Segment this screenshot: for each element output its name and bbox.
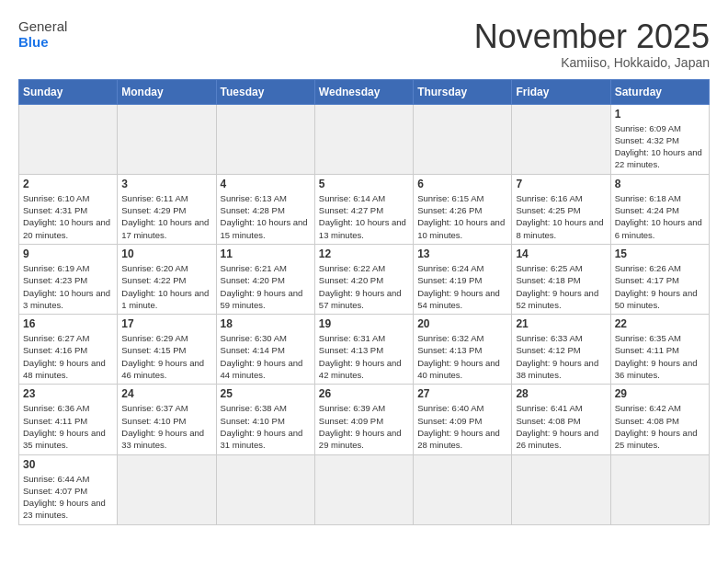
day-info: Sunrise: 6:29 AM Sunset: 4:15 PM Dayligh… xyxy=(121,332,211,381)
day-number: 25 xyxy=(221,387,311,400)
day-cell-19: 19Sunrise: 6:31 AM Sunset: 4:13 PM Dayli… xyxy=(314,315,413,385)
day-cell-9: 9Sunrise: 6:19 AM Sunset: 4:23 PM Daylig… xyxy=(19,244,118,314)
day-number: 7 xyxy=(516,178,606,190)
weekday-header-sunday: Sunday xyxy=(19,79,118,104)
weekday-header-tuesday: Tuesday xyxy=(216,79,314,104)
day-info: Sunrise: 6:20 AM Sunset: 4:22 PM Dayligh… xyxy=(121,262,211,311)
day-number: 27 xyxy=(417,387,507,400)
day-number: 20 xyxy=(417,317,507,330)
day-number: 10 xyxy=(121,247,211,260)
header: General Blue November 2025 Kamiiso, Hokk… xyxy=(18,18,710,70)
location-subtitle: Kamiiso, Hokkaido, Japan xyxy=(474,55,710,70)
day-cell-21: 21Sunrise: 6:33 AM Sunset: 4:12 PM Dayli… xyxy=(512,315,610,385)
day-cell-22: 22Sunrise: 6:35 AM Sunset: 4:11 PM Dayli… xyxy=(610,315,709,385)
weekday-header-monday: Monday xyxy=(118,79,216,104)
week-row-1: 2Sunrise: 6:10 AM Sunset: 4:31 PM Daylig… xyxy=(19,174,710,244)
day-cell-20: 20Sunrise: 6:32 AM Sunset: 4:13 PM Dayli… xyxy=(414,315,512,385)
day-number: 13 xyxy=(417,247,507,260)
week-row-0: 1Sunrise: 6:09 AM Sunset: 4:32 PM Daylig… xyxy=(19,104,710,174)
day-number: 16 xyxy=(23,317,113,330)
day-cell-empty xyxy=(118,454,216,524)
day-info: Sunrise: 6:22 AM Sunset: 4:20 PM Dayligh… xyxy=(319,262,409,311)
day-cell-15: 15Sunrise: 6:26 AM Sunset: 4:17 PM Dayli… xyxy=(610,244,709,314)
week-row-5: 30Sunrise: 6:44 AM Sunset: 4:07 PM Dayli… xyxy=(19,454,710,524)
day-number: 1 xyxy=(615,108,705,121)
day-cell-18: 18Sunrise: 6:30 AM Sunset: 4:14 PM Dayli… xyxy=(216,315,314,385)
day-cell-13: 13Sunrise: 6:24 AM Sunset: 4:19 PM Dayli… xyxy=(414,244,512,314)
day-cell-23: 23Sunrise: 6:36 AM Sunset: 4:11 PM Dayli… xyxy=(19,385,118,454)
calendar-table: SundayMondayTuesdayWednesdayThursdayFrid… xyxy=(18,79,710,525)
weekday-header-wednesday: Wednesday xyxy=(314,79,413,104)
day-cell-29: 29Sunrise: 6:42 AM Sunset: 4:08 PM Dayli… xyxy=(610,385,709,454)
day-cell-12: 12Sunrise: 6:22 AM Sunset: 4:20 PM Dayli… xyxy=(314,244,413,314)
day-cell-24: 24Sunrise: 6:37 AM Sunset: 4:10 PM Dayli… xyxy=(118,385,216,454)
day-info: Sunrise: 6:44 AM Sunset: 4:07 PM Dayligh… xyxy=(23,473,113,522)
title-area: November 2025 Kamiiso, Hokkaido, Japan xyxy=(474,18,710,70)
day-cell-11: 11Sunrise: 6:21 AM Sunset: 4:20 PM Dayli… xyxy=(216,244,314,314)
day-number: 6 xyxy=(417,178,507,190)
day-cell-17: 17Sunrise: 6:29 AM Sunset: 4:15 PM Dayli… xyxy=(118,315,216,385)
day-info: Sunrise: 6:11 AM Sunset: 4:29 PM Dayligh… xyxy=(121,192,211,241)
day-number: 23 xyxy=(23,387,113,400)
day-number: 29 xyxy=(615,387,705,400)
day-info: Sunrise: 6:31 AM Sunset: 4:13 PM Dayligh… xyxy=(319,332,409,381)
day-cell-26: 26Sunrise: 6:39 AM Sunset: 4:09 PM Dayli… xyxy=(314,385,413,454)
day-info: Sunrise: 6:36 AM Sunset: 4:11 PM Dayligh… xyxy=(23,402,113,451)
day-cell-empty xyxy=(414,104,512,174)
day-number: 22 xyxy=(615,317,705,330)
day-number: 5 xyxy=(319,178,409,190)
day-info: Sunrise: 6:27 AM Sunset: 4:16 PM Dayligh… xyxy=(23,332,113,381)
day-cell-6: 6Sunrise: 6:15 AM Sunset: 4:26 PM Daylig… xyxy=(414,174,512,244)
weekday-header-friday: Friday xyxy=(512,79,610,104)
week-row-3: 16Sunrise: 6:27 AM Sunset: 4:16 PM Dayli… xyxy=(19,315,710,385)
day-number: 24 xyxy=(121,387,211,400)
day-cell-empty xyxy=(512,104,610,174)
day-number: 28 xyxy=(516,387,606,400)
logo-general-label: General xyxy=(18,18,67,34)
day-info: Sunrise: 6:16 AM Sunset: 4:25 PM Dayligh… xyxy=(516,192,606,241)
day-cell-empty xyxy=(216,104,314,174)
day-info: Sunrise: 6:19 AM Sunset: 4:23 PM Dayligh… xyxy=(23,262,113,311)
day-number: 9 xyxy=(23,247,113,260)
day-cell-empty xyxy=(216,454,314,524)
day-info: Sunrise: 6:10 AM Sunset: 4:31 PM Dayligh… xyxy=(23,192,113,241)
weekday-header-row: SundayMondayTuesdayWednesdayThursdayFrid… xyxy=(19,79,710,104)
logo: General Blue xyxy=(18,18,67,51)
day-number: 4 xyxy=(221,178,311,190)
day-number: 14 xyxy=(516,247,606,260)
day-cell-5: 5Sunrise: 6:14 AM Sunset: 4:27 PM Daylig… xyxy=(314,174,413,244)
day-info: Sunrise: 6:41 AM Sunset: 4:08 PM Dayligh… xyxy=(516,402,606,451)
day-info: Sunrise: 6:37 AM Sunset: 4:10 PM Dayligh… xyxy=(121,402,211,451)
day-cell-27: 27Sunrise: 6:40 AM Sunset: 4:09 PM Dayli… xyxy=(414,385,512,454)
day-number: 19 xyxy=(319,317,409,330)
day-cell-3: 3Sunrise: 6:11 AM Sunset: 4:29 PM Daylig… xyxy=(118,174,216,244)
day-cell-8: 8Sunrise: 6:18 AM Sunset: 4:24 PM Daylig… xyxy=(610,174,709,244)
day-number: 3 xyxy=(121,178,211,190)
day-number: 11 xyxy=(221,247,311,260)
day-number: 12 xyxy=(319,247,409,260)
day-number: 30 xyxy=(23,458,113,471)
day-number: 21 xyxy=(516,317,606,330)
day-cell-empty xyxy=(19,104,118,174)
day-cell-28: 28Sunrise: 6:41 AM Sunset: 4:08 PM Dayli… xyxy=(512,385,610,454)
day-cell-empty xyxy=(512,454,610,524)
weekday-header-thursday: Thursday xyxy=(414,79,512,104)
weekday-header-saturday: Saturday xyxy=(610,79,709,104)
day-info: Sunrise: 6:13 AM Sunset: 4:28 PM Dayligh… xyxy=(221,192,311,241)
day-cell-7: 7Sunrise: 6:16 AM Sunset: 4:25 PM Daylig… xyxy=(512,174,610,244)
day-cell-10: 10Sunrise: 6:20 AM Sunset: 4:22 PM Dayli… xyxy=(118,244,216,314)
day-cell-empty xyxy=(314,454,413,524)
day-info: Sunrise: 6:21 AM Sunset: 4:20 PM Dayligh… xyxy=(221,262,311,311)
day-info: Sunrise: 6:42 AM Sunset: 4:08 PM Dayligh… xyxy=(615,402,705,451)
day-number: 18 xyxy=(221,317,311,330)
day-cell-1: 1Sunrise: 6:09 AM Sunset: 4:32 PM Daylig… xyxy=(610,104,709,174)
week-row-4: 23Sunrise: 6:36 AM Sunset: 4:11 PM Dayli… xyxy=(19,385,710,454)
day-cell-30: 30Sunrise: 6:44 AM Sunset: 4:07 PM Dayli… xyxy=(19,454,118,524)
day-info: Sunrise: 6:32 AM Sunset: 4:13 PM Dayligh… xyxy=(417,332,507,381)
day-info: Sunrise: 6:14 AM Sunset: 4:27 PM Dayligh… xyxy=(319,192,409,241)
day-cell-empty xyxy=(610,454,709,524)
day-cell-16: 16Sunrise: 6:27 AM Sunset: 4:16 PM Dayli… xyxy=(19,315,118,385)
week-row-2: 9Sunrise: 6:19 AM Sunset: 4:23 PM Daylig… xyxy=(19,244,710,314)
day-info: Sunrise: 6:40 AM Sunset: 4:09 PM Dayligh… xyxy=(417,402,507,451)
day-info: Sunrise: 6:35 AM Sunset: 4:11 PM Dayligh… xyxy=(615,332,705,381)
